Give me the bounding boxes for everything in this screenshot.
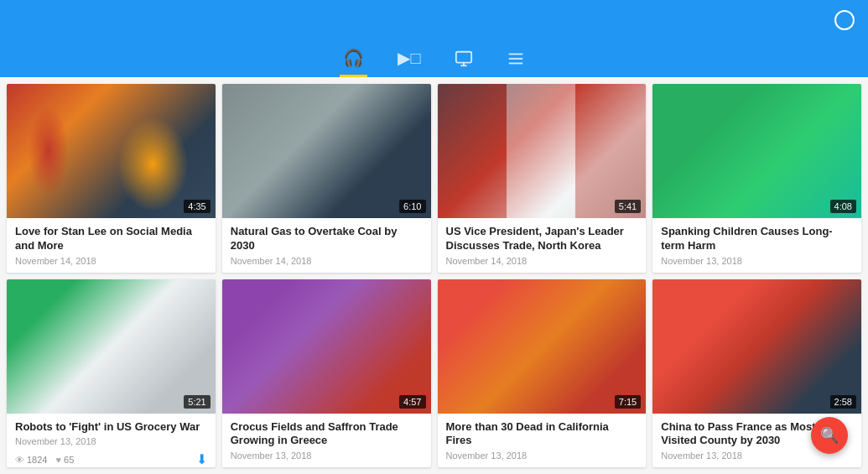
duration-badge: 4:08 <box>830 200 856 213</box>
card-date: November 13, 2018 <box>231 451 423 461</box>
duration-badge: 5:41 <box>615 200 641 213</box>
card-info: More than 30 Dead in California Fires No… <box>438 414 647 468</box>
card-date: November 14, 2018 <box>446 256 638 266</box>
eye-icon: 👁 <box>15 455 24 465</box>
info-button[interactable] <box>834 10 855 30</box>
card-stats: 👁 6738 ♥ 268 ⬇ <box>661 271 853 273</box>
likes-stat: ♥ 65 <box>55 455 74 465</box>
tab-monitor[interactable] <box>451 43 476 77</box>
card-date: November 14, 2018 <box>231 256 423 266</box>
app-header <box>0 0 868 40</box>
duration-badge: 7:15 <box>615 395 641 409</box>
download-button[interactable]: ⬇ <box>196 451 207 467</box>
card-thumbnail: 6:10 <box>222 84 431 218</box>
views-count: 1824 <box>27 455 47 465</box>
card-stats: 👁 111 ♥ 5 ⬇ <box>446 271 638 273</box>
cards-grid: 4:35 Love for Stan Lee on Social Media a… <box>0 77 868 474</box>
card-title: Robots to 'Fight' in US Grocery War <box>15 420 207 435</box>
card-thumbnail: 7:15 <box>438 279 647 414</box>
card-info: US Vice President, Japan's Leader Discus… <box>438 218 647 273</box>
card-info: Natural Gas to Overtake Coal by 2030 Nov… <box>222 218 431 273</box>
download-button[interactable]: ⬇ <box>626 466 637 467</box>
card-title: Natural Gas to Overtake Coal by 2030 <box>231 225 423 253</box>
card-5[interactable]: 5:21 Robots to 'Fight' in US Grocery War… <box>7 279 216 468</box>
card-1[interactable]: 4:35 Love for Stan Lee on Social Media a… <box>7 84 216 273</box>
duration-badge: 4:57 <box>399 395 425 409</box>
tab-video[interactable]: ▶□ <box>394 41 424 77</box>
card-thumbnail: 5:41 <box>438 84 647 218</box>
likes-count: 65 <box>64 455 74 465</box>
card-title: Love for Stan Lee on Social Media and Mo… <box>15 225 207 253</box>
card-date: November 13, 2018 <box>661 256 853 266</box>
duration-badge: 2:58 <box>830 395 856 409</box>
card-stats: 👁 8930 ♥ 349 ⬇ <box>446 466 638 467</box>
card-2[interactable]: 6:10 Natural Gas to Overtake Coal by 203… <box>222 84 431 273</box>
card-stats: 👁 126 ♥ 4 ⬇ <box>231 271 423 273</box>
card-date: November 14, 2018 <box>15 256 207 266</box>
card-info: Crocus Fields and Saffron Trade Growing … <box>222 414 431 468</box>
card-info: Love for Stan Lee on Social Media and Mo… <box>7 218 216 273</box>
duration-badge: 4:35 <box>184 200 210 213</box>
card-6[interactable]: 4:57 Crocus Fields and Saffron Trade Gro… <box>222 279 431 468</box>
card-stats: 👁 2740 ♥ 104 ⬇ <box>661 466 853 467</box>
heart-icon: ♥ <box>55 455 61 465</box>
card-thumbnail: 4:35 <box>7 84 216 218</box>
card-thumbnail: 4:08 <box>652 84 861 218</box>
card-thumbnail: 2:58 <box>652 279 861 414</box>
tab-list[interactable] <box>503 43 528 77</box>
toolbar: 🎧 ▶□ <box>0 40 868 77</box>
download-button[interactable]: ⬇ <box>842 466 853 467</box>
card-thumbnail: 4:57 <box>222 279 431 414</box>
card-title: Crocus Fields and Saffron Trade Growing … <box>231 420 423 449</box>
duration-badge: 5:21 <box>184 395 210 409</box>
download-button[interactable]: ⬇ <box>412 271 423 273</box>
download-button[interactable]: ⬇ <box>842 271 853 273</box>
duration-badge: 6:10 <box>399 200 425 213</box>
search-fab[interactable]: 🔍 <box>811 417 848 454</box>
card-stats: 👁 1824 ♥ 65 ⬇ <box>15 451 207 467</box>
card-info: Robots to 'Fight' in US Grocery War Nove… <box>7 414 216 468</box>
views-stat: 👁 1824 <box>15 455 47 465</box>
card-date: November 13, 2018 <box>15 436 207 446</box>
card-date: November 13, 2018 <box>446 451 638 461</box>
tab-audio[interactable]: 🎧 <box>340 41 367 77</box>
card-info: Spanking Children Causes Long-term Harm … <box>652 218 861 273</box>
card-title: Spanking Children Causes Long-term Harm <box>661 225 853 253</box>
card-title: US Vice President, Japan's Leader Discus… <box>446 225 638 253</box>
card-thumbnail: 5:21 <box>7 279 216 414</box>
download-button[interactable]: ⬇ <box>412 466 423 467</box>
download-button[interactable]: ⬇ <box>196 271 207 273</box>
card-4[interactable]: 4:08 Spanking Children Causes Long-term … <box>652 84 861 273</box>
download-button[interactable]: ⬇ <box>626 271 637 273</box>
card-stats: 👁 854 ♥ 38 ⬇ <box>231 466 423 467</box>
card-3[interactable]: 5:41 US Vice President, Japan's Leader D… <box>438 84 647 273</box>
card-7[interactable]: 7:15 More than 30 Dead in California Fir… <box>438 279 647 468</box>
card-stats: 👁 1011 ♥ 51 ⬇ <box>15 271 207 273</box>
svg-rect-0 <box>455 52 470 63</box>
card-title: More than 30 Dead in California Fires <box>446 420 638 449</box>
